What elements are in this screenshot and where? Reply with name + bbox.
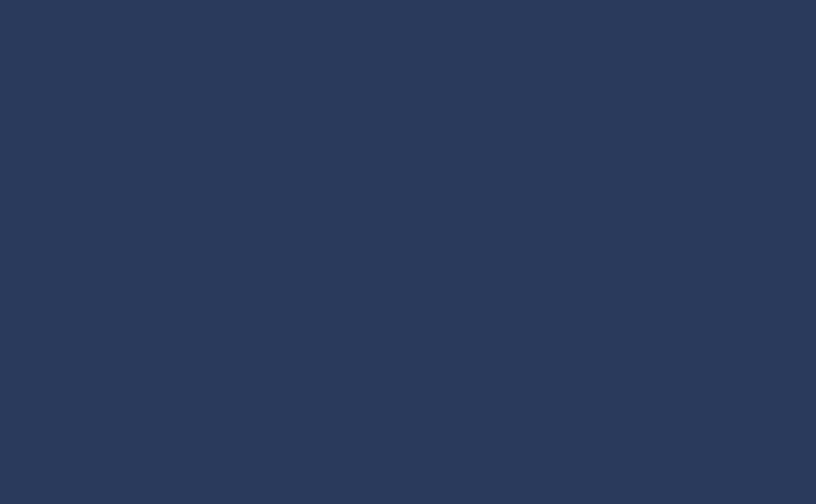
game-grid [4,4,812,10]
